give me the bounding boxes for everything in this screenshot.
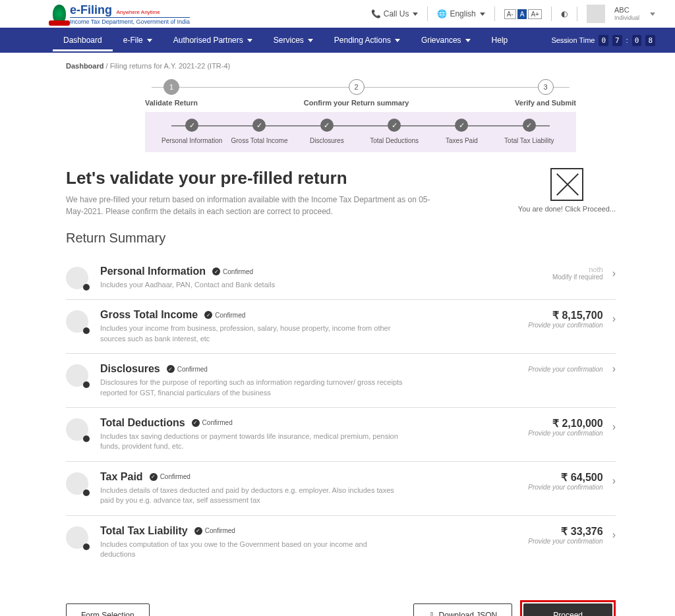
check-icon: ✓ — [455, 119, 468, 132]
nav-efile[interactable]: e-File — [113, 29, 163, 51]
emblem-icon — [53, 5, 66, 23]
chevron-down-icon — [649, 9, 655, 18]
card-gross-income[interactable]: Gross Total Income ✓Confirmed Includes y… — [66, 300, 616, 354]
nav-partners[interactable]: Authorised Partners — [163, 29, 263, 51]
step-confirm[interactable]: 2 Confirm your Return summary — [304, 79, 409, 107]
avatar[interactable] — [587, 5, 605, 23]
check-icon: ✓ — [212, 267, 220, 275]
call-us-menu[interactable]: 📞 Call Us — [371, 9, 419, 18]
globe-icon: 🌐 — [437, 9, 447, 18]
chevron-down-icon — [246, 36, 252, 45]
brand-tagline: Anywhere Anytime — [116, 9, 160, 15]
chevron-right-icon: › — [612, 529, 616, 541]
card-disclosures[interactable]: Disclosures ✓Confirmed Disclosures for t… — [66, 354, 616, 408]
chevron-down-icon — [307, 36, 313, 45]
brand-dept: Income Tax Department, Government of Ind… — [70, 17, 190, 25]
brand-logo[interactable]: e-Filing Anywhere Anytime Income Tax Dep… — [53, 3, 190, 25]
section-icon — [66, 364, 88, 387]
user-menu[interactable]: ABC Individual — [614, 6, 639, 22]
chevron-right-icon: › — [612, 363, 616, 375]
card-desc: Includes details of taxes deducted and p… — [100, 486, 403, 506]
chevron-down-icon — [479, 9, 485, 18]
card-title: Total Tax Liability — [100, 525, 188, 537]
card-tax-paid[interactable]: Tax Paid ✓Confirmed Includes details of … — [66, 462, 616, 516]
done-indicator: You are done! Click Proceed... — [518, 168, 616, 213]
nav-help[interactable]: Help — [481, 29, 519, 51]
card-amount: ₹ 8,15,700 — [552, 309, 603, 322]
font-decrease-button[interactable]: A- — [504, 9, 516, 19]
top-bar: e-Filing Anywhere Anytime Income Tax Dep… — [0, 0, 675, 28]
check-icon: ✓ — [192, 419, 200, 427]
form-selection-button[interactable]: Form Selection — [66, 603, 150, 616]
font-increase-button[interactable]: A+ — [528, 9, 542, 19]
card-title: Total Deductions — [100, 417, 185, 429]
confirmed-badge: ✓Confirmed — [194, 527, 235, 535]
chevron-right-icon: › — [612, 267, 616, 279]
nav-grievances[interactable]: Grievances — [411, 29, 481, 51]
check-icon: ✓ — [388, 119, 401, 132]
chevron-down-icon — [411, 9, 418, 18]
card-hint: Modify if required — [552, 273, 603, 281]
card-hint: Provide your confirmation — [528, 366, 602, 373]
breadcrumb-root[interactable]: Dashboard — [66, 62, 103, 70]
proceed-button[interactable]: Proceed — [523, 603, 612, 616]
chevron-down-icon — [394, 36, 400, 45]
card-hint: Provide your confirmation — [528, 538, 602, 545]
chevron-right-icon: › — [612, 421, 616, 433]
divider — [551, 7, 552, 21]
substep-deductions[interactable]: ✓Total Deductions — [361, 119, 428, 144]
nav-pending[interactable]: Pending Actions — [324, 29, 411, 51]
check-icon: ✓ — [204, 311, 212, 319]
summary-heading: Return Summary — [66, 231, 616, 246]
divider — [427, 7, 428, 21]
section-icon — [66, 418, 88, 441]
session-timer: Session Time 0 7 : 0 8 — [551, 35, 655, 46]
check-icon: ✓ — [523, 119, 536, 132]
placeholder-x-icon — [550, 168, 583, 201]
divider — [577, 7, 577, 21]
nav-dashboard[interactable]: Dashboard — [53, 29, 113, 51]
step-validate[interactable]: 1 Validate Return — [145, 79, 198, 107]
download-icon: ⇩ — [428, 611, 435, 616]
nav-services[interactable]: Services — [263, 29, 324, 51]
download-json-button[interactable]: ⇩ Download JSON — [413, 603, 513, 616]
breadcrumb: Dashboard / Filing returns for A.Y. 2021… — [66, 62, 616, 70]
language-menu[interactable]: 🌐 English — [437, 9, 484, 18]
chevron-right-icon: › — [612, 313, 616, 325]
substep-disclosures[interactable]: ✓Disclosures — [293, 119, 361, 144]
section-icon — [66, 310, 88, 333]
check-icon: ✓ — [320, 119, 334, 132]
substep-liability[interactable]: ✓Total Tax Liability — [496, 119, 563, 144]
check-icon: ✓ — [167, 365, 175, 373]
top-right-tools: 📞 Call Us 🌐 English A- A A+ ◐ ABC Indivi… — [371, 5, 655, 23]
check-icon: ✓ — [150, 473, 158, 481]
breadcrumb-current: Filing returns for A.Y. 2021-22 (ITR-4) — [110, 62, 231, 70]
card-hint: Provide your confirmation — [528, 484, 602, 491]
card-title: Gross Total Income — [100, 309, 198, 321]
footer-actions: Form Selection ⇩ Download JSON Proceed — [0, 588, 675, 616]
contrast-icon[interactable]: ◐ — [561, 9, 568, 18]
card-amount: ₹ 33,376 — [561, 525, 602, 538]
substep-personal[interactable]: ✓Personal Information — [158, 119, 225, 144]
substep-income[interactable]: ✓Gross Total Income — [225, 119, 293, 144]
chevron-down-icon — [146, 36, 152, 45]
chevron-down-icon — [464, 36, 471, 45]
section-icon — [66, 267, 88, 289]
sub-stepper: ✓Personal Information ✓Gross Total Incom… — [145, 112, 576, 152]
substep-taxes[interactable]: ✓Taxes Paid — [428, 119, 495, 144]
card-amount: ₹ 2,10,000 — [552, 417, 603, 430]
section-icon — [66, 526, 88, 549]
card-personal-info[interactable]: Personal Information ✓Confirmed Includes… — [66, 256, 616, 300]
font-size-controls: A- A A+ — [504, 9, 542, 19]
card-title: Tax Paid — [100, 471, 143, 483]
brand-title: e-Filing — [70, 3, 112, 16]
card-tax-liability[interactable]: Total Tax Liability ✓Confirmed Includes … — [66, 516, 616, 569]
step-verify[interactable]: 3 Verify and Submit — [515, 79, 576, 107]
card-deductions[interactable]: Total Deductions ✓Confirmed Includes tax… — [66, 408, 616, 462]
check-icon: ✓ — [194, 527, 202, 535]
card-right-note: noth — [589, 266, 602, 273]
page-subtext: We have pre-filled your return based on … — [66, 194, 435, 217]
proceed-highlight: Proceed — [520, 600, 616, 616]
card-title: Disclosures — [100, 363, 160, 375]
font-default-button[interactable]: A — [517, 9, 527, 19]
